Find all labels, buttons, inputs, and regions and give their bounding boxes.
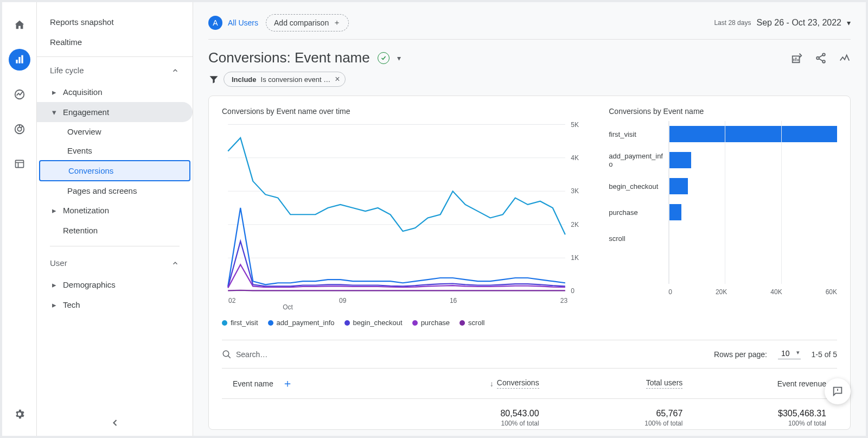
page-title-text: Conversions: Event name xyxy=(208,49,370,66)
titlebar: Conversions: Event name ▾ xyxy=(208,40,851,72)
line-chart-svg xyxy=(222,121,587,295)
th-conversions[interactable]: ↓ Conversions xyxy=(406,369,550,398)
configure-icon[interactable] xyxy=(9,153,30,175)
report-card: Conversions by Event name over time 5K4K… xyxy=(208,96,851,430)
bar-fill xyxy=(668,178,688,194)
sidebar-item-label: Retention xyxy=(63,226,98,235)
rows-per-page-label: Rows per page: xyxy=(714,350,767,359)
sidebar-section-user[interactable]: User xyxy=(37,252,193,275)
bar-label: scroll xyxy=(609,234,668,243)
legend-item[interactable]: scroll xyxy=(459,319,484,327)
home-icon[interactable] xyxy=(9,14,30,36)
reports-icon[interactable] xyxy=(9,49,30,71)
filter-prefix: Include xyxy=(232,75,257,84)
caret-right-icon: ▸ xyxy=(50,281,59,289)
bar-label: purchase xyxy=(609,208,668,217)
sidebar-sub-pages[interactable]: Pages and screens xyxy=(37,181,193,200)
chart-legend: first_visitadd_payment_infobegin_checkou… xyxy=(222,311,587,337)
totals-users: 65,767 xyxy=(561,409,683,418)
date-range-value: Sep 26 - Oct 23, 2022 xyxy=(756,18,841,28)
sidebar-item-monetization[interactable]: ▸ Monetization xyxy=(37,200,193,220)
segment-avatar: A xyxy=(208,16,222,30)
sidebar-section-label: User xyxy=(50,258,67,268)
chevron-down-icon[interactable]: ▾ xyxy=(397,54,401,62)
th-label: Event name xyxy=(233,379,273,388)
sidebar-sub-events[interactable]: Events xyxy=(37,141,193,160)
sidebar-item-label: Demographics xyxy=(63,280,116,289)
paging-range: 1-5 of 5 xyxy=(812,350,837,359)
bar-chart-body: first_visitadd_payment_infobegin_checkou… xyxy=(609,121,837,284)
th-event-name[interactable]: Event name ＋ xyxy=(222,369,406,398)
caret-right-icon: ▸ xyxy=(50,206,59,215)
bar-row: first_visit xyxy=(609,121,837,147)
sidebar-item-acquisition[interactable]: ▸ Acquisition xyxy=(37,82,193,102)
explore-icon[interactable] xyxy=(9,84,30,105)
share-icon[interactable] xyxy=(815,52,827,64)
main: A All Users Add comparison ＋ Last 28 day… xyxy=(193,2,866,436)
filter-chip[interactable]: Include Is conversion event … × xyxy=(224,72,346,87)
sidebar-item-label: Engagement xyxy=(63,107,109,117)
bar-label: begin_checkout xyxy=(609,182,668,191)
sidebar-collapse-button[interactable] xyxy=(110,417,120,428)
svg-rect-2 xyxy=(21,55,23,64)
line-chart-title: Conversions by Event name over time xyxy=(222,107,587,116)
search-placeholder: Search… xyxy=(236,350,267,359)
add-dimension-button[interactable]: ＋ xyxy=(277,376,293,391)
date-range-label: Last 28 days xyxy=(714,19,751,27)
th-label: Total users xyxy=(646,378,683,389)
segment-chip[interactable]: A All Users xyxy=(208,16,258,30)
sidebar-section-lifecycle[interactable]: Life cycle xyxy=(37,56,193,82)
sidebar-sub-overview[interactable]: Overview xyxy=(37,122,193,141)
date-range-picker[interactable]: Last 28 days Sep 26 - Oct 23, 2022 ▾ xyxy=(714,18,851,28)
legend-item[interactable]: begin_checkout xyxy=(344,319,403,327)
chevron-up-icon xyxy=(171,259,180,268)
sidebar-item-demographics[interactable]: ▸ Demographics xyxy=(37,275,193,295)
table-search[interactable]: Search… xyxy=(222,350,267,359)
legend-item[interactable]: add_payment_info xyxy=(268,319,335,327)
gear-icon[interactable] xyxy=(9,403,30,425)
plus-icon: ＋ xyxy=(333,18,341,28)
feedback-button[interactable] xyxy=(825,378,851,404)
rows-per-page-select[interactable]: 10 xyxy=(778,349,801,359)
svg-point-17 xyxy=(223,351,229,357)
insights-icon[interactable] xyxy=(839,52,851,64)
bar-chart-title: Conversions by Event name xyxy=(609,107,837,116)
sidebar-item-engagement[interactable]: ▾ Engagement xyxy=(37,102,193,122)
sidebar-item-label: Acquisition xyxy=(63,87,103,97)
legend-item[interactable]: purchase xyxy=(412,319,450,327)
sidebar-item-retention[interactable]: ▸ Retention xyxy=(37,220,193,240)
line-chart-xsub: Oct xyxy=(222,303,587,311)
filter-row: Include Is conversion event … × xyxy=(208,72,851,96)
sidebar-item-reports-snapshot[interactable]: Reports snapshot xyxy=(37,12,193,32)
line-chart: Conversions by Event name over time 5K4K… xyxy=(222,107,587,337)
filter-text: Is conversion event … xyxy=(261,75,331,84)
svg-point-5 xyxy=(17,127,21,131)
sort-down-icon: ↓ xyxy=(490,379,494,388)
status-ok-icon[interactable] xyxy=(378,52,390,64)
line-chart-yticks: 5K4K3K2K1K0 xyxy=(571,121,587,295)
bar-row: add_payment_info xyxy=(609,147,837,173)
totals-revenue: $305,468.31 xyxy=(704,409,826,418)
customize-report-icon[interactable] xyxy=(791,52,803,64)
add-comparison-button[interactable]: Add comparison ＋ xyxy=(266,14,349,31)
sidebar-item-label: Monetization xyxy=(63,206,109,215)
advertising-icon[interactable] xyxy=(9,118,30,140)
legend-item[interactable]: first_visit xyxy=(222,319,258,327)
th-total-users[interactable]: Total users xyxy=(550,369,694,398)
totals-users-pct: 100% of total xyxy=(561,420,683,427)
th-event-revenue[interactable]: Event revenue xyxy=(693,369,837,398)
svg-rect-6 xyxy=(15,160,23,167)
table-controls: Search… Rows per page: 10 1-5 of 5 xyxy=(222,340,837,368)
totals-conversions-pct: 100% of total xyxy=(417,420,539,427)
sidebar-item-tech[interactable]: ▸ Tech xyxy=(37,295,193,315)
chevron-down-icon: ▾ xyxy=(847,18,851,27)
table-header: Event name ＋ ↓ Conversions Total users E… xyxy=(222,368,837,399)
close-icon[interactable]: × xyxy=(335,75,340,84)
sidebar-sub-conversions[interactable]: Conversions xyxy=(39,160,190,181)
th-label: Event revenue xyxy=(777,379,826,388)
svg-rect-1 xyxy=(18,57,20,64)
sidebar-item-realtime[interactable]: Realtime xyxy=(37,32,193,52)
filter-icon[interactable] xyxy=(208,74,219,85)
sidebar: Reports snapshot Realtime Life cycle ▸ A… xyxy=(37,2,193,436)
chevron-up-icon xyxy=(171,66,180,75)
